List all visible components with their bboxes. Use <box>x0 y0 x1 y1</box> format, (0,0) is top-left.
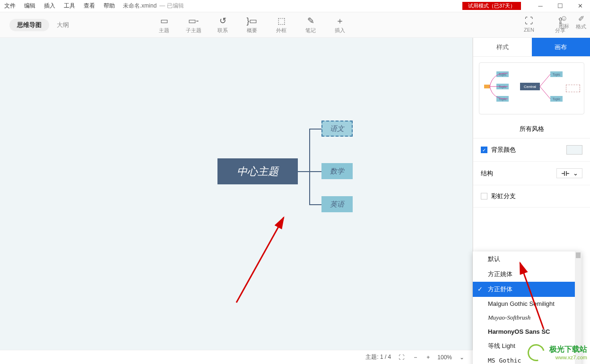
structure-row: 结构 ⌄ <box>473 162 590 185</box>
view-switch: 思维导图 大纲 <box>9 19 77 31</box>
tool-summary[interactable]: }▭概要 <box>240 16 264 34</box>
font-option-selected[interactable]: ✓方正舒体 <box>473 282 581 297</box>
zoom-out-button[interactable]: − <box>412 354 419 361</box>
title-bar: 文件 编辑 插入 工具 查看 帮助 未命名.xmind — 已编辑 试用模式（已… <box>0 0 590 12</box>
watermark: 极光下载站 www.xz7.com <box>549 345 587 360</box>
note-icon: ✎ <box>299 16 322 26</box>
tab-style[interactable]: 样式 <box>473 38 532 56</box>
maximize-button[interactable]: ☐ <box>550 0 570 12</box>
all-styles-button[interactable]: 所有风格 <box>473 120 590 139</box>
tool-boundary[interactable]: ⬚外框 <box>269 16 293 34</box>
zoom-in-button[interactable]: + <box>425 354 432 361</box>
view-outline[interactable]: 大纲 <box>49 19 77 31</box>
tool-subtopic[interactable]: ▭-子主题 <box>182 16 205 34</box>
central-topic[interactable]: 中心主题 <box>217 158 298 184</box>
rainbow-label: 彩虹分支 <box>491 192 516 200</box>
structure-icon <box>561 170 570 177</box>
bg-swatch[interactable] <box>566 145 582 155</box>
zoom-level: 100% <box>437 354 452 361</box>
scrollbar-thumb[interactable] <box>576 252 581 258</box>
watermark-title: 极光下载站 <box>549 345 587 355</box>
toolbar: 思维导图 大纲 ▭主题 ▭-子主题 ↺联系 }▭概要 ⬚外框 ✎笔记 ＋插入 ⛶… <box>0 12 590 38</box>
tool-insert[interactable]: ＋插入 <box>328 16 352 34</box>
chevron-down-icon: ⌄ <box>573 170 578 177</box>
bg-color-row: ✓ 背景颜色 <box>473 139 590 162</box>
child-topic-3[interactable]: 英语 <box>321 196 353 212</box>
svg-line-0 <box>236 217 284 303</box>
tool-icon-panel[interactable]: ☺图标 <box>559 14 569 30</box>
minimize-button[interactable]: ─ <box>530 0 550 12</box>
rainbow-row: 彩虹分支 <box>473 185 590 208</box>
style-thumbnail[interactable]: Central Topic Topic Topic Topic Topic <box>479 62 584 114</box>
document-title: 未命名.xmind <box>123 2 156 10</box>
bg-checkbox[interactable]: ✓ <box>481 147 487 153</box>
zen-icon: ⛶ <box>517 16 541 26</box>
tool-group-main: ▭主题 ▭-子主题 ↺联系 }▭概要 ⬚外框 ✎笔记 ＋插入 <box>152 16 352 34</box>
subtopic-icon: ▭- <box>182 16 205 26</box>
tool-zen[interactable]: ⛶ZEN <box>517 16 541 34</box>
rainbow-checkbox[interactable] <box>481 193 487 199</box>
tool-format-panel[interactable]: ✐格式 <box>576 14 586 30</box>
menu-insert[interactable]: 插入 <box>40 2 60 10</box>
bg-label: 背景颜色 <box>491 146 516 154</box>
smiley-icon: ☺ <box>559 14 569 23</box>
annotation-arrow-1 <box>232 213 293 307</box>
font-option[interactable]: Malgun Gothic Semilight <box>473 297 581 311</box>
view-mindmap[interactable]: 思维导图 <box>9 19 49 31</box>
font-option[interactable]: HarmonyOS Sans SC <box>473 325 581 338</box>
status-bar: 主题: 1 / 4 ⛶ − + 100% ⌄ <box>0 350 473 364</box>
menu-help[interactable]: 帮助 <box>99 2 119 10</box>
structure-label: 结构 <box>481 169 493 178</box>
tab-canvas[interactable]: 画布 <box>532 38 590 56</box>
structure-picker[interactable]: ⌄ <box>556 168 582 178</box>
font-option[interactable]: 方正姚体 <box>473 267 581 282</box>
menu-view[interactable]: 查看 <box>79 2 99 10</box>
font-default[interactable]: 默认 <box>473 251 581 267</box>
menu-edit[interactable]: 编辑 <box>20 2 40 10</box>
font-option[interactable]: Muyao-Softbrush <box>473 311 581 325</box>
relation-icon: ↺ <box>211 16 234 26</box>
menu-file[interactable]: 文件 <box>0 2 20 10</box>
panel-tabs: 样式 画布 <box>473 38 590 57</box>
child-topic-2[interactable]: 数学 <box>321 163 353 179</box>
menu-tools[interactable]: 工具 <box>60 2 79 10</box>
check-icon: ✓ <box>477 286 483 293</box>
tool-note[interactable]: ✎笔记 <box>299 16 322 34</box>
summary-icon: }▭ <box>240 16 264 26</box>
brush-icon: ✐ <box>576 14 586 23</box>
main-menu: 文件 编辑 插入 工具 查看 帮助 <box>0 2 119 10</box>
topic-icon: ▭ <box>152 16 176 26</box>
close-button[interactable]: ✕ <box>570 0 590 12</box>
document-state: — 已编辑 <box>159 2 183 10</box>
insert-icon: ＋ <box>328 16 352 26</box>
canvas[interactable]: 中心主题 语文 数学 英语 <box>0 38 473 364</box>
tool-topic[interactable]: ▭主题 <box>152 16 176 34</box>
zoom-dropdown-icon[interactable]: ⌄ <box>458 354 466 361</box>
child-topic-1[interactable]: 语文 <box>321 121 353 137</box>
map-icon[interactable]: ⛶ <box>397 354 406 361</box>
tool-relation[interactable]: ↺联系 <box>211 16 234 34</box>
boundary-icon: ⬚ <box>269 16 293 26</box>
topic-count: 主题: 1 / 4 <box>365 353 391 361</box>
watermark-url: www.xz7.com <box>549 355 587 360</box>
trial-badge[interactable]: 试用模式（已37天） <box>462 2 521 10</box>
